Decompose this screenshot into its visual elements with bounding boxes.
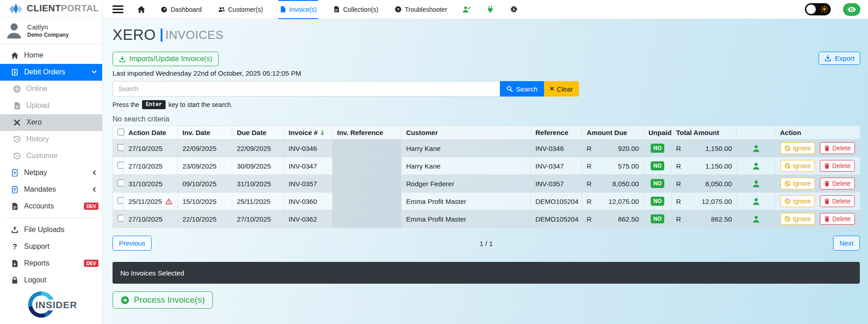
plug-icon[interactable] [486, 5, 495, 13]
sidebar-item-online[interactable]: Online [0, 81, 102, 97]
row-checkbox[interactable] [118, 197, 124, 204]
cell-checkbox [113, 157, 124, 175]
delete-button[interactable]: Delete [820, 142, 854, 154]
sidebar-item-debit-orders[interactable]: Debit Orders [0, 64, 102, 81]
eye-icon [848, 7, 856, 12]
home-icon [10, 52, 19, 59]
header-unpaid[interactable]: Unpaid [644, 126, 672, 140]
arrow-circle-right-icon [121, 296, 129, 305]
cell-inv-reference [333, 157, 402, 175]
preview-button[interactable] [843, 3, 860, 16]
search-button[interactable]: Search [500, 81, 544, 97]
clear-button[interactable]: × Clear [544, 81, 579, 97]
tab-dashboard[interactable]: Dashboard [159, 0, 203, 19]
ignore-button[interactable]: Ignore [780, 160, 815, 172]
sidebar-item-customer[interactable]: Customer [0, 148, 102, 164]
sidebar-item-home[interactable]: Home [0, 47, 102, 64]
cell-actions: Ignore Delete [775, 175, 860, 193]
ignore-button[interactable]: Ignore [780, 142, 815, 154]
trash-icon [824, 198, 830, 204]
home-icon[interactable] [137, 5, 146, 14]
user-check-icon[interactable] [462, 5, 471, 13]
person-icon[interactable] [753, 180, 760, 188]
tab-customer-s[interactable]: Customer(s) [217, 0, 265, 19]
sidebar-item-xero[interactable]: Xero [0, 114, 102, 131]
tachometer-icon [161, 6, 167, 13]
previous-button[interactable]: Previous [113, 236, 152, 251]
header-customer[interactable]: Customer [402, 126, 531, 140]
row-checkbox[interactable] [118, 215, 124, 222]
user-panel[interactable]: Caitlyn Demo Company [0, 18, 102, 44]
cell-amount-due: R8,050.00 [582, 175, 644, 193]
sidebar-item-netpay[interactable]: Netpay [0, 164, 102, 181]
sidebar-item-reports[interactable]: Reports DEV [0, 255, 102, 272]
header-action-date[interactable]: Action Date [124, 126, 178, 140]
question-icon: ? [10, 243, 19, 251]
cell-total-amount: R8,050.00 [672, 175, 737, 193]
currency-symbol: R [676, 180, 681, 188]
cell-actions: Ignore Delete [775, 210, 860, 228]
sidebar-item-label: Reports [24, 259, 49, 267]
header-reference[interactable]: Reference [531, 126, 582, 140]
cell-action-date: 27/10/2025 [124, 157, 178, 175]
cell-total-amount: R862.50 [672, 210, 737, 228]
cell-customer: Emma Profit Master [402, 193, 531, 210]
tab-invoice-s[interactable]: Invoice(s) [278, 0, 319, 19]
search-input[interactable] [113, 81, 500, 97]
header-inv-date[interactable]: Inv. Date [178, 126, 232, 140]
cell-unpaid: NO [644, 210, 672, 228]
header-due-date[interactable]: Due Date [232, 126, 284, 140]
menu-icon[interactable] [113, 5, 123, 13]
sidebar-item-mandates[interactable]: Mandates [0, 181, 102, 198]
tab-collection-s[interactable]: Collection(s) [332, 0, 380, 19]
select-all-checkbox[interactable] [118, 129, 124, 135]
person-icon[interactable] [753, 215, 760, 223]
ignore-button[interactable]: Ignore [780, 195, 815, 207]
header-invoice-no[interactable]: Invoice #↓ [284, 126, 333, 140]
tab-troubleshooter[interactable]: ? Troubleshooter [393, 0, 449, 19]
sidebar-item-accounts[interactable]: Accounts DEV [0, 198, 102, 215]
sidebar-item-file-uploads[interactable]: File Uploads [0, 222, 102, 238]
ignore-button[interactable]: Ignore [780, 178, 815, 189]
person-icon[interactable] [753, 145, 760, 152]
trash-icon [824, 180, 830, 187]
cell-inv-reference [333, 175, 402, 193]
sidebar-item-history[interactable]: History [0, 131, 102, 148]
gear-icon[interactable] [510, 5, 518, 13]
currency-symbol: R [587, 215, 592, 223]
cell-actions: Ignore Delete [775, 193, 860, 210]
theme-toggle[interactable] [805, 3, 831, 15]
sidebar-item-logout[interactable]: Logout [0, 272, 102, 289]
currency-symbol: R [676, 198, 681, 205]
row-checkbox[interactable] [118, 179, 124, 186]
header-amount-due[interactable]: Amount Due [582, 126, 644, 140]
header-total-amount[interactable]: Total Amount [672, 126, 737, 140]
next-button[interactable]: Next [833, 236, 860, 251]
person-icon[interactable] [753, 162, 760, 170]
tab-label: Collection(s) [343, 6, 378, 13]
search-criteria-text: No search criteria [113, 115, 860, 123]
nav-tabs: Dashboard Customer(s) Invoice(s) Collect… [159, 0, 449, 19]
user-name: Caitlyn [27, 23, 69, 31]
selection-message: No Invoices Selected [120, 269, 184, 277]
delete-button[interactable]: Delete [820, 195, 854, 207]
delete-button[interactable]: Delete [820, 178, 854, 189]
page-title: XERO INVOICES [113, 26, 860, 44]
person-icon[interactable] [753, 198, 760, 205]
export-button[interactable]: Export [819, 52, 860, 65]
ignore-button[interactable]: Ignore [780, 213, 815, 225]
file-invoice-icon [10, 203, 19, 210]
cell-checkbox [113, 193, 124, 210]
header-inv-reference[interactable]: Inv. Reference [333, 126, 402, 140]
row-checkbox[interactable] [118, 162, 124, 169]
sidebar-item-upload[interactable]: Upload [0, 97, 102, 114]
cell-reference: INV-0346 [531, 140, 582, 157]
tab-label: Troubleshooter [405, 6, 447, 13]
sidebar-item-label: Home [24, 51, 44, 59]
row-checkbox[interactable] [118, 144, 124, 151]
import-update-invoices-button[interactable]: Imports/Update Invoice(s) [113, 52, 219, 66]
delete-button[interactable]: Delete [820, 160, 854, 172]
sidebar-item-support[interactable]: ? Support [0, 238, 102, 255]
process-invoices-button[interactable]: Process Invoice(s) [113, 291, 213, 309]
delete-button[interactable]: Delete [820, 213, 854, 225]
